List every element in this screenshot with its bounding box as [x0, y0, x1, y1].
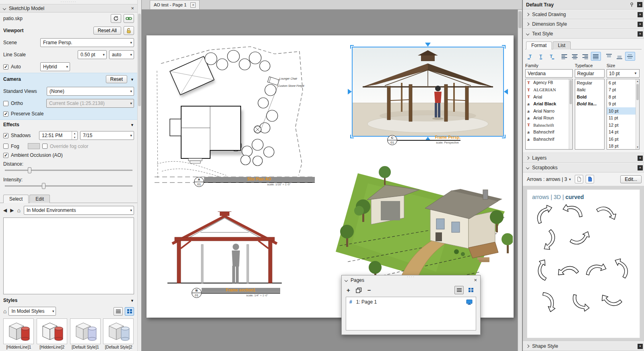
camera-reset-button[interactable]: Reset	[106, 75, 127, 83]
lock-button[interactable]	[124, 26, 134, 35]
forward-arrow-icon[interactable]: ▶	[10, 207, 14, 213]
pages-list[interactable]: # 1: Page 1	[346, 297, 476, 330]
page-row[interactable]: # 1: Page 1	[349, 299, 473, 305]
scene-dropdown[interactable]: Frame Persp.	[40, 38, 134, 47]
canvas-vertical-scrollbar[interactable]	[518, 10, 522, 351]
align-left-button[interactable]	[559, 52, 570, 61]
fog-checkbox[interactable]	[3, 144, 8, 149]
selection-handle-top-left[interactable]	[350, 45, 354, 49]
home-icon[interactable]: ⌂	[17, 207, 20, 213]
curved-arrow-icon[interactable]	[538, 290, 559, 314]
delete-page-button[interactable]: −	[367, 287, 371, 293]
family-item[interactable]: aBahnschrif	[526, 129, 572, 136]
size-item[interactable]: 16 pt	[607, 135, 639, 143]
distance-slider-knob[interactable]	[28, 167, 31, 173]
link-model-button[interactable]	[124, 14, 134, 23]
annotation-lounger-chair[interactable]: Lounger Chair	[279, 77, 297, 80]
reset-all-button[interactable]: Reset All	[93, 27, 121, 35]
family-item[interactable]: aBahnschrif	[526, 135, 572, 143]
family-item[interactable]: aArial Roun	[526, 115, 572, 122]
size-item[interactable]: 6 pt	[607, 79, 639, 86]
dropdown-arrow-icon[interactable]: ▼	[634, 72, 637, 75]
selection-handle-top[interactable]	[425, 43, 431, 47]
pages-drag-handle[interactable]	[407, 275, 415, 279]
tray-close-icon[interactable]	[637, 2, 642, 7]
environments-dropdown[interactable]: In Model Environments	[24, 206, 134, 215]
style-thumbnail[interactable]: [Default Style]1	[70, 318, 101, 350]
curved-arrow-icon[interactable]	[561, 201, 585, 222]
intensity-slider[interactable]	[5, 183, 132, 189]
valign-bottom-button[interactable]	[615, 52, 625, 61]
standard-views-dropdown[interactable]: (None)	[47, 87, 134, 96]
size-item[interactable]: 12 pt	[607, 121, 639, 129]
section-close-icon[interactable]	[638, 12, 643, 17]
typeface-item[interactable]: Italic	[575, 86, 604, 94]
section-close-icon[interactable]	[638, 156, 643, 161]
frame-section-callout[interactable]: B 01 Frame section1 scale: 1/4" = 1'-0"	[192, 288, 280, 298]
curved-arrow-icon[interactable]	[598, 286, 625, 314]
update-model-button[interactable]	[111, 14, 121, 23]
align-right-button[interactable]	[580, 52, 590, 61]
time-spinner[interactable]: ▲▼	[72, 131, 77, 140]
section-layers[interactable]: Layers	[523, 153, 644, 163]
family-item[interactable]: aArial Narro	[526, 107, 572, 115]
valign-top-button[interactable]	[604, 52, 614, 61]
presentation-monitor-icon[interactable]	[466, 300, 473, 305]
scrapbook-card[interactable]: arrows | 3D | curved	[527, 189, 640, 338]
section-shape-style[interactable]: Shape Style	[523, 341, 644, 351]
selection-handle-top-right[interactable]	[502, 45, 506, 49]
typeface-item[interactable]: Regular	[575, 79, 604, 86]
document-tab[interactable]: AO test - Page 1	[150, 0, 200, 9]
family-item[interactable]: ŦAgency FB	[526, 79, 572, 86]
size-list[interactable]: 6 pt 7 pt 8 pt 9 pt 10 pt 11 pt 12 pt 14…	[607, 79, 640, 150]
environments-listbox[interactable]	[3, 218, 134, 295]
size-item[interactable]: 9 pt	[607, 101, 639, 108]
selection-handle-bottom-right[interactable]	[502, 135, 506, 138]
selection-handle-right[interactable]	[504, 89, 508, 94]
pin-icon[interactable]	[630, 2, 634, 7]
scrapbook-link-3d[interactable]: 3D	[553, 194, 561, 200]
ortho-checkbox[interactable]	[3, 101, 8, 106]
duplicate-page-button[interactable]	[356, 287, 362, 293]
anchor-right-button[interactable]: T	[546, 52, 556, 61]
typeface-list[interactable]: Regular Italic Bold Bold Ita...	[575, 79, 605, 150]
left-panel-scrollbar[interactable]	[137, 0, 141, 351]
style-thumbnail[interactable]: [HiddenLine]2	[37, 318, 68, 350]
typeface-item[interactable]: Bold Ita...	[575, 101, 604, 108]
family-item[interactable]: ŦArial	[526, 93, 572, 101]
family-list-scrollbar[interactable]	[569, 79, 572, 149]
curved-arrow-icon[interactable]	[555, 258, 582, 285]
family-item[interactable]: ŦBahnschrift	[526, 121, 572, 129]
tab-edit[interactable]: Edit	[29, 195, 50, 203]
size-item[interactable]: 11 pt	[607, 115, 639, 122]
pages-close-icon[interactable]	[474, 277, 477, 283]
scrapbook-edit-button[interactable]: Edit...	[620, 175, 642, 183]
typeface-input[interactable]: Regular	[575, 69, 605, 78]
tab-format[interactable]: Format	[526, 41, 552, 49]
tab-close-icon[interactable]	[190, 2, 196, 8]
camera-collapse-icon[interactable]	[130, 76, 134, 82]
house-render[interactable]	[336, 151, 513, 290]
anchor-left-button[interactable]: T	[525, 52, 535, 61]
preserve-scale-checkbox[interactable]	[3, 111, 8, 117]
section-close-icon[interactable]	[638, 31, 643, 37]
style-thumbnail[interactable]: [HiddenLine]1	[3, 318, 34, 350]
curved-arrow-icon[interactable]	[569, 292, 592, 313]
section-close-icon[interactable]	[638, 344, 643, 349]
left-panel-scrollbar-thumb[interactable]	[138, 14, 141, 106]
canvas-scrollbar-thumb[interactable]	[518, 11, 522, 28]
add-page-button[interactable]: +	[347, 287, 350, 293]
shadow-time-field[interactable]: 12:51 PM ▲▼	[39, 131, 78, 140]
styles-collapse-icon[interactable]	[130, 298, 134, 303]
align-center-button[interactable]	[570, 52, 580, 61]
shadows-checkbox[interactable]	[3, 133, 8, 138]
section-scaled-drawing[interactable]: Scaled Drawing	[523, 10, 644, 19]
size-list-scrollbar[interactable]: ▲▼	[636, 79, 639, 149]
gazebo-viewport[interactable]	[352, 47, 504, 137]
auto-render-checkbox[interactable]	[3, 64, 8, 70]
family-input[interactable]: Verdana	[525, 69, 573, 78]
scrapbook-link-arrows[interactable]: arrows	[532, 194, 549, 200]
site-plan-callout[interactable]: A 01 Site Plan AO scale: 1/16" = 1'-0"	[194, 177, 315, 187]
size-item[interactable]: 7 pt	[607, 86, 639, 94]
selection-handle-bottom-left[interactable]	[350, 135, 354, 138]
